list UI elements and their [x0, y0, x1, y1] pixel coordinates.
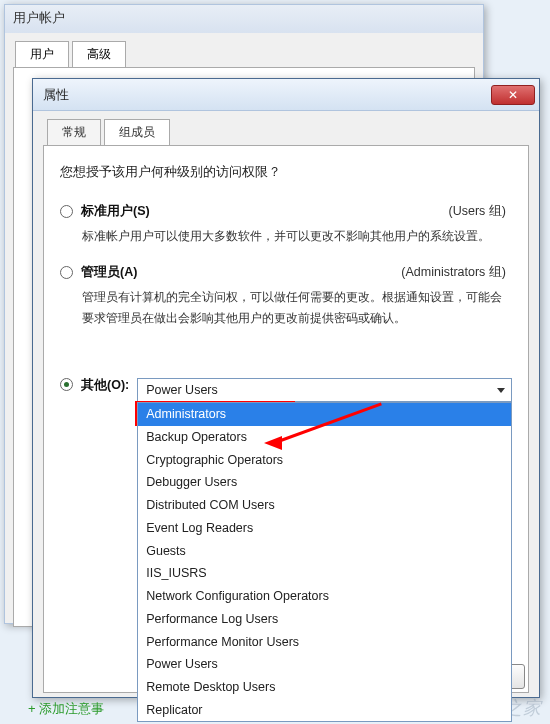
tab-general[interactable]: 常规: [47, 119, 101, 145]
dialog-title-suffix: 属性: [43, 86, 69, 104]
dropdown-item[interactable]: Debugger Users: [138, 471, 511, 494]
access-prompt: 您想授予该用户何种级别的访问权限？: [60, 164, 512, 181]
dialog-tabs: 常规 组成员: [47, 119, 539, 145]
dropdown-item[interactable]: Event Log Readers: [138, 517, 511, 540]
standard-desc: 标准帐户用户可以使用大多数软件，并可以更改不影响其他用户的系统设置。: [82, 226, 512, 246]
dropdown-item[interactable]: Cryptographic Operators: [138, 449, 511, 472]
dropdown-item[interactable]: Network Configuration Operators: [138, 585, 511, 608]
dropdown-item[interactable]: IIS_IUSRS: [138, 562, 511, 585]
tab-member[interactable]: 组成员: [104, 119, 170, 145]
admin-label: 管理员(A): [81, 264, 137, 281]
window-title: 用户帐户: [5, 5, 483, 33]
add-note-link[interactable]: + 添加注意事: [28, 700, 104, 718]
combo-selected[interactable]: Power Users: [137, 378, 512, 402]
option-other: 其他(O): Power Users AdministratorsBackup …: [60, 378, 512, 402]
option-standard-user: 标准用户(S) (Users 组) 标准帐户用户可以使用大多数软件，并可以更改不…: [60, 203, 512, 246]
option-administrator: 管理员(A) (Administrators 组) 管理员有计算机的完全访问权，…: [60, 264, 512, 328]
tab-advanced[interactable]: 高级: [72, 41, 126, 67]
dropdown-item[interactable]: Guests: [138, 540, 511, 563]
dropdown-item[interactable]: Administrators: [138, 403, 511, 426]
dropdown-item[interactable]: Power Users: [138, 653, 511, 676]
radio-other[interactable]: [60, 378, 73, 391]
dropdown-item[interactable]: Performance Log Users: [138, 608, 511, 631]
admin-desc: 管理员有计算机的完全访问权，可以做任何需要的更改。根据通知设置，可能会要求管理员…: [82, 287, 512, 328]
admin-group: (Administrators 组): [401, 264, 512, 281]
close-button[interactable]: ✕: [491, 85, 535, 105]
tab-users[interactable]: 用户: [15, 41, 69, 67]
radio-admin[interactable]: [60, 266, 73, 279]
group-combobox[interactable]: Power Users AdministratorsBackup Operato…: [137, 378, 512, 402]
standard-group: (Users 组): [449, 203, 512, 220]
dropdown-item[interactable]: Remote Desktop Users: [138, 676, 511, 699]
properties-dialog: 属性 ✕ 常规 组成员 您想授予该用户何种级别的访问权限？ 标准用户(S) (U…: [32, 78, 540, 698]
dropdown-item[interactable]: Backup Operators: [138, 426, 511, 449]
dropdown-item[interactable]: Distributed COM Users: [138, 494, 511, 517]
radio-standard[interactable]: [60, 205, 73, 218]
standard-label: 标准用户(S): [81, 203, 150, 220]
other-label: 其他(O):: [81, 377, 129, 394]
dropdown-item[interactable]: Replicator: [138, 699, 511, 722]
back-tabs: 用户 高级: [15, 41, 483, 67]
dropdown-item[interactable]: Performance Monitor Users: [138, 631, 511, 654]
member-panel: 您想授予该用户何种级别的访问权限？ 标准用户(S) (Users 组) 标准帐户…: [43, 145, 529, 693]
dialog-titlebar: 属性 ✕: [33, 79, 539, 111]
group-dropdown[interactable]: AdministratorsBackup OperatorsCryptograp…: [137, 402, 512, 722]
